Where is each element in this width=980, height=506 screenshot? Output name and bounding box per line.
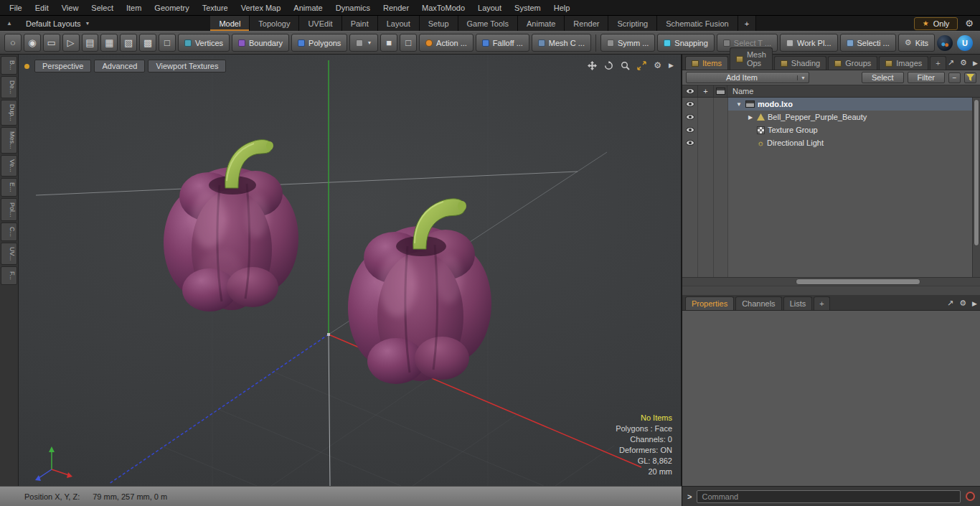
foundry-logo-icon[interactable]: U — [957, 35, 973, 51]
tree-label-scene[interactable]: modo.lxo — [758, 100, 793, 108]
pan-move-icon[interactable] — [588, 61, 597, 70]
menu-render[interactable]: Render — [377, 1, 415, 15]
scrollbar-thumb[interactable] — [974, 99, 979, 246]
tab-setup[interactable]: Setup — [420, 16, 458, 31]
sphere-tool-icon[interactable]: ◉ — [24, 34, 41, 52]
panel-gear-icon[interactable]: ⚙ — [960, 58, 967, 67]
rotate-view-icon[interactable] — [604, 61, 613, 70]
menu-layout[interactable]: Layout — [471, 1, 508, 15]
strip-tab-curves[interactable]: C... — [1, 222, 17, 241]
record-macro-icon[interactable] — [966, 492, 975, 501]
menu-system[interactable]: System — [508, 1, 547, 15]
strip-tab-polygon[interactable]: Pol... — [1, 198, 17, 222]
scrollbar-thumb[interactable] — [796, 278, 920, 285]
tree-disclosure-icon[interactable]: ▼ — [735, 101, 743, 108]
viewport-tab-advanced[interactable]: Advanced — [94, 60, 145, 72]
add-panel-tab-button[interactable]: + — [930, 56, 946, 70]
strip-tab-uv[interactable]: UV... — [1, 243, 17, 265]
strip-tab-falloffs[interactable]: F... — [1, 266, 17, 285]
zoom-icon[interactable] — [621, 61, 630, 70]
filter-button[interactable]: Filter — [908, 72, 945, 83]
capsule-tool-icon[interactable]: ▭ — [43, 34, 60, 52]
eye-icon[interactable] — [686, 140, 694, 146]
tree-row-mesh[interactable]: ▶ Bell_Pepper_Purple_Beauty — [682, 111, 972, 123]
menu-dynamics[interactable]: Dynamics — [329, 1, 377, 15]
strip-tab-duplicate[interactable]: Dup... — [1, 100, 17, 126]
tree-row-directional-light[interactable]: ☼ Directional Light — [682, 136, 972, 149]
collapse-layouts-icon[interactable]: ▲ — [0, 16, 19, 31]
tab-render[interactable]: Render — [565, 16, 608, 31]
strip-tab-basic[interactable]: B... — [1, 56, 17, 75]
tab-channels[interactable]: Channels — [735, 296, 781, 310]
ellipse-tool-icon[interactable]: ○ — [4, 34, 22, 52]
tab-animate[interactable]: Animate — [518, 16, 565, 31]
tab-model[interactable]: Model — [210, 16, 250, 31]
tab-paint[interactable]: Paint — [342, 16, 378, 31]
kits-button[interactable]: ⚙ Kits — [898, 34, 935, 52]
tab-mesh-ops[interactable]: Mesh Ops — [730, 47, 773, 70]
menu-vertex-map[interactable]: Vertex Map — [235, 1, 288, 15]
tab-groups[interactable]: Groups — [828, 56, 877, 70]
strip-tab-mesh-edit[interactable]: Mes... — [1, 127, 17, 154]
tree-disclosure-icon[interactable]: ▶ — [747, 114, 754, 121]
add-properties-tab-button[interactable]: + — [814, 296, 829, 310]
tab-shading[interactable]: Shading — [774, 56, 826, 70]
vertices-mode-button[interactable]: Vertices — [178, 34, 230, 52]
panel-menu-arrow-icon[interactable]: ▶ — [973, 60, 978, 67]
tab-topology[interactable]: Topology — [250, 16, 299, 31]
visibility-cell[interactable] — [682, 136, 698, 149]
boundary-mode-button[interactable]: Boundary — [232, 34, 289, 52]
tab-lists[interactable]: Lists — [783, 296, 813, 310]
tree-label-directional-light[interactable]: Directional Light — [767, 139, 824, 147]
menu-select[interactable]: Select — [85, 1, 120, 15]
tab-scripting[interactable]: Scripting — [608, 16, 657, 31]
falloff-button[interactable]: Falloff ... — [476, 34, 529, 52]
mesh-constraint-button[interactable]: Mesh C ... — [532, 34, 591, 52]
menu-geometry[interactable]: Geometry — [148, 1, 195, 15]
item-mode-dropdown[interactable]: ▼ — [349, 34, 378, 52]
strip-tab-edge[interactable]: E... — [1, 178, 17, 197]
visibility-cell[interactable] — [682, 98, 698, 111]
viewport-3d[interactable]: Perspective Advanced Viewport Textures ⚙… — [19, 55, 682, 486]
tab-images[interactable]: Images — [879, 56, 928, 70]
menu-maxtomodo[interactable]: MaxToModo — [415, 1, 471, 15]
expand-panel-icon[interactable]: ↗ — [948, 58, 954, 67]
filter-funnel-button[interactable] — [964, 72, 976, 83]
tab-properties[interactable]: Properties — [685, 296, 734, 310]
expand-panel-icon[interactable]: ↗ — [947, 299, 953, 308]
tab-game-tools[interactable]: Game Tools — [458, 16, 519, 31]
polygons-mode-button[interactable]: Polygons — [291, 34, 347, 52]
strip-tab-vertex[interactable]: Ve... — [1, 155, 17, 177]
cursor-tool-icon[interactable]: ▷ — [62, 34, 80, 52]
strip-tab-deform[interactable]: De... — [1, 76, 17, 98]
snapping-button[interactable]: Snapping — [657, 34, 715, 52]
select-button[interactable]: Select — [862, 72, 904, 83]
viewport-canvas[interactable] — [19, 55, 682, 486]
tab-layout[interactable]: Layout — [378, 16, 420, 31]
menu-texture[interactable]: Texture — [196, 1, 235, 15]
tree-label-texture-group[interactable]: Texture Group — [768, 126, 818, 134]
collapse-all-button[interactable]: − — [948, 72, 961, 83]
eye-icon[interactable] — [686, 114, 694, 120]
tab-uvedit[interactable]: UVEdit — [299, 16, 341, 31]
menu-view[interactable]: View — [55, 1, 85, 15]
element-copy-icon[interactable]: □ — [400, 34, 417, 52]
action-center-button[interactable]: Action ... — [419, 34, 473, 52]
bevel-tool-icon[interactable]: ▧ — [120, 34, 137, 52]
eye-icon[interactable] — [686, 127, 694, 133]
symmetry-button[interactable]: Symm ... — [600, 34, 655, 52]
tab-items[interactable]: Items — [685, 56, 728, 70]
visibility-cell[interactable] — [682, 111, 698, 123]
menu-edit[interactable]: Edit — [29, 1, 55, 15]
maximize-viewport-icon[interactable] — [637, 61, 646, 70]
default-layouts-dropdown[interactable]: Default Layouts ▼ — [19, 16, 97, 31]
element-move-icon[interactable]: ■ — [380, 34, 397, 52]
array-tool-icon[interactable]: ▦ — [100, 34, 118, 52]
command-input[interactable] — [697, 490, 961, 503]
menu-animate[interactable]: Animate — [287, 1, 329, 15]
menu-item[interactable]: Item — [120, 1, 148, 15]
modo-logo-icon[interactable] — [937, 35, 953, 51]
mirror-tool-icon[interactable]: ▤ — [82, 34, 99, 52]
add-item-dropdown[interactable]: Add Item ▼ — [686, 72, 809, 83]
properties-gear-icon[interactable]: ⚙ — [959, 299, 966, 308]
